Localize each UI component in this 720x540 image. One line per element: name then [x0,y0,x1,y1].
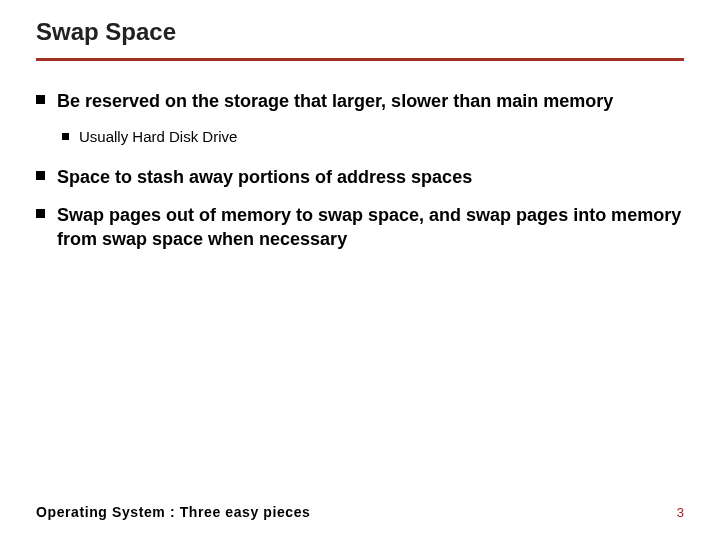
bullet-l1: Space to stash away portions of address … [36,165,684,189]
bullet-text: Space to stash away portions of address … [57,165,472,189]
page-number: 3 [677,505,684,520]
footer-source: Operating System : Three easy pieces [36,504,311,520]
square-bullet-icon [36,95,45,104]
bullet-l1: Swap pages out of memory to swap space, … [36,203,684,252]
bullet-l2: Usually Hard Disk Drive [62,127,684,147]
bullet-text: Be reserved on the storage that larger, … [57,89,613,113]
bullet-text: Swap pages out of memory to swap space, … [57,203,684,252]
bullet-l1: Be reserved on the storage that larger, … [36,89,684,113]
square-bullet-icon [36,171,45,180]
square-bullet-icon [62,133,69,140]
title-underline [36,58,684,61]
bullet-text: Usually Hard Disk Drive [79,127,237,147]
square-bullet-icon [36,209,45,218]
slide: Swap Space Be reserved on the storage th… [0,0,720,540]
footer: Operating System : Three easy pieces 3 [36,504,684,520]
page-title: Swap Space [36,18,684,46]
